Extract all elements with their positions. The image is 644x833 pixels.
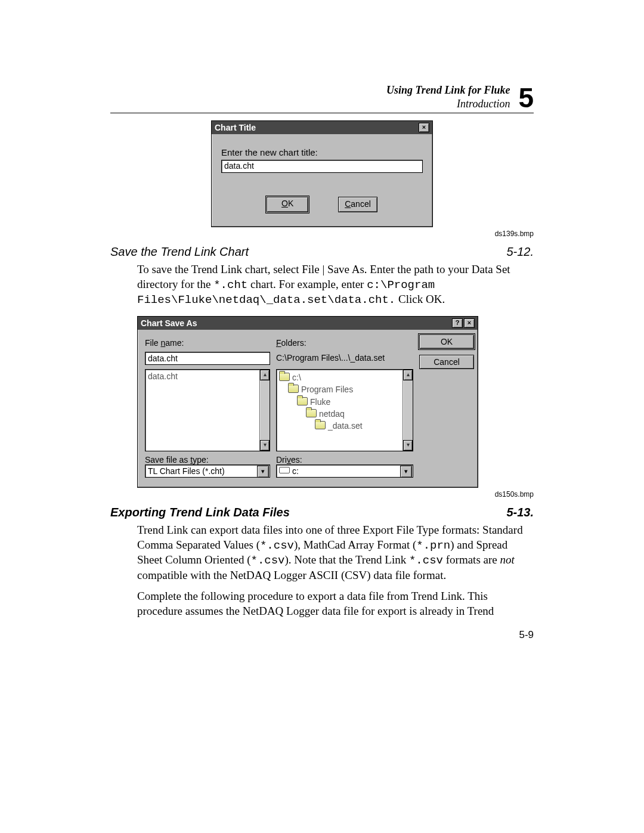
header-subtitle: Introduction bbox=[386, 97, 510, 111]
drives-select[interactable]: c: ▾ bbox=[276, 465, 413, 478]
folder-icon bbox=[279, 373, 290, 381]
para-513b: Complete the following procedure to expo… bbox=[137, 589, 534, 618]
folder-icon bbox=[315, 421, 326, 429]
scrollbar[interactable]: ▴ ▾ bbox=[402, 370, 413, 451]
dialog-title: Chart Save As bbox=[141, 318, 197, 328]
para-512: To save the Trend Link chart, select Fil… bbox=[137, 262, 534, 308]
folder-icon bbox=[288, 385, 299, 393]
page-number: 5-9 bbox=[110, 629, 534, 641]
drive-icon bbox=[279, 467, 290, 473]
file-name-input[interactable]: data.cht bbox=[145, 352, 270, 365]
chart-title-titlebar: Chart Title × bbox=[212, 121, 432, 134]
scroll-up-icon[interactable]: ▴ bbox=[260, 370, 270, 380]
folder-icon bbox=[306, 409, 317, 417]
figure-caption-2: ds150s.bmp bbox=[110, 490, 534, 498]
drives-label: Drives: bbox=[276, 455, 413, 465]
file-name-label: File name: bbox=[145, 338, 270, 352]
header-text: Using Trend Link for Fluke Introduction bbox=[386, 83, 510, 110]
scroll-up-icon[interactable]: ▴ bbox=[403, 370, 413, 380]
ok-button[interactable]: OK bbox=[267, 197, 308, 212]
dialog-title: Chart Title bbox=[215, 123, 256, 132]
para-513a: Trend Link can export data files into on… bbox=[137, 523, 534, 583]
cancel-button[interactable]: Cancel bbox=[419, 355, 474, 369]
section-number-513: 5-13. bbox=[506, 506, 534, 519]
tree-item: c:\ bbox=[279, 371, 410, 383]
ok-button[interactable]: OK bbox=[419, 335, 474, 349]
chart-title-prompt: Enter the new chart title: bbox=[221, 147, 423, 157]
tree-item: _data.set bbox=[279, 420, 410, 432]
folder-tree[interactable]: c:\ Program Files Fluke netdaq _data.set… bbox=[276, 369, 413, 451]
cancel-button[interactable]: Cancel bbox=[338, 197, 377, 212]
section-title-512: Save the Trend Link Chart bbox=[110, 245, 249, 259]
chevron-down-icon[interactable]: ▾ bbox=[400, 466, 412, 478]
tree-item: Program Files bbox=[279, 383, 410, 395]
chart-save-as-dialog: Chart Save As ? × File name: Folders: OK… bbox=[137, 316, 478, 488]
folder-icon bbox=[297, 397, 308, 405]
chevron-down-icon[interactable]: ▾ bbox=[257, 466, 269, 478]
header-title: Using Trend Link for Fluke bbox=[386, 83, 510, 97]
tree-item: Fluke bbox=[279, 396, 410, 408]
chapter-number: 5 bbox=[518, 86, 534, 110]
scroll-down-icon[interactable]: ▾ bbox=[403, 440, 413, 451]
folders-label: Folders: bbox=[276, 338, 413, 352]
page-header: Using Trend Link for Fluke Introduction … bbox=[110, 83, 534, 113]
folders-path: C:\Program Files\...\_data.set bbox=[276, 352, 413, 369]
help-icon[interactable]: ? bbox=[452, 318, 463, 328]
section-title-513: Exporting Trend Link Data Files bbox=[110, 506, 290, 519]
scroll-down-icon[interactable]: ▾ bbox=[260, 440, 270, 451]
section-number-512: 5-12. bbox=[506, 245, 534, 259]
close-icon[interactable]: × bbox=[419, 123, 429, 132]
save-type-label: Save file as type: bbox=[145, 455, 270, 465]
file-listbox[interactable]: data.cht ▴ ▾ bbox=[145, 369, 270, 451]
save-as-titlebar: Chart Save As ? × bbox=[138, 317, 478, 330]
chart-title-dialog: Chart Title × Enter the new chart title:… bbox=[211, 120, 433, 227]
scrollbar[interactable]: ▴ ▾ bbox=[259, 370, 270, 451]
save-type-select[interactable]: TL Chart Files (*.cht) ▾ bbox=[145, 465, 270, 478]
tree-item: netdaq bbox=[279, 408, 410, 420]
list-item[interactable]: data.cht bbox=[148, 371, 178, 381]
figure-caption-1: ds139s.bmp bbox=[110, 230, 534, 238]
close-icon[interactable]: × bbox=[464, 318, 475, 328]
chart-title-input[interactable]: data.cht bbox=[221, 160, 423, 173]
